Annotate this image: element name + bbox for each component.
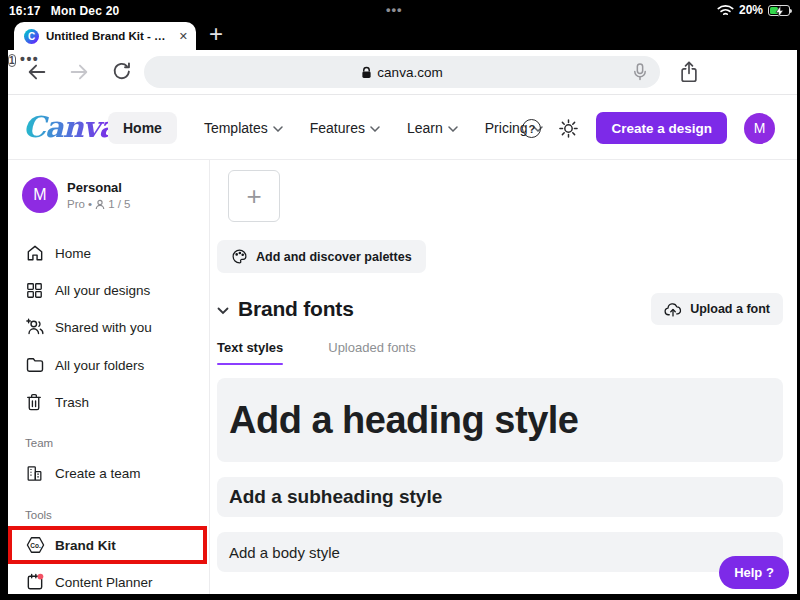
app-body: M Personal Pro • 1 / 5 Home All your des… [8, 160, 797, 594]
designs-grid-icon [25, 281, 46, 300]
header-actions: ? Create a design M [522, 96, 775, 160]
nav-home[interactable]: Home [108, 112, 177, 144]
sidebar-item-all-your-folders[interactable]: All your folders [8, 351, 210, 379]
status-bar: 16:17Mon Dec 20 ••• 20% [0, 0, 800, 22]
trash-icon [25, 393, 46, 412]
add-heading-style-row[interactable]: Add a heading style [217, 378, 783, 462]
tab-close-icon[interactable]: ✕ [179, 30, 188, 43]
chevron-down-icon [448, 126, 458, 132]
canva-favicon-icon [24, 29, 39, 44]
sidebar-item-content-planner[interactable]: Content Planner [8, 568, 210, 594]
profile-plan: Pro • 1 / 5 [67, 198, 131, 210]
address-bar[interactable]: canva.com [144, 56, 660, 88]
brand-fonts-title: Brand fonts [238, 297, 354, 321]
tab-uploaded-fonts[interactable]: Uploaded fonts [328, 340, 415, 365]
battery-percent: 20% [739, 3, 763, 17]
member-count: 1 / 5 [108, 198, 130, 210]
sidebar-item-all-your-designs[interactable]: All your designs [8, 276, 210, 304]
member-icon [95, 199, 105, 210]
main-content: + Add and discover palettes Brand fonts … [210, 160, 797, 594]
upload-font-button[interactable]: Upload a font [651, 293, 783, 325]
status-time-date: 16:17Mon Dec 20 [9, 4, 119, 18]
content-planner-calendar-icon [25, 572, 46, 592]
brand-fonts-tabs: Text styles Uploaded fonts [217, 340, 416, 365]
tab-bar: Untitled Brand Kit - Canv ✕ + [0, 22, 800, 50]
status-indicators: 20% [717, 3, 790, 17]
section-label-team: Team [25, 437, 53, 449]
shared-people-icon [25, 318, 46, 337]
section-label-tools: Tools [25, 509, 52, 521]
microphone-icon[interactable] [632, 63, 648, 81]
profile-switcher[interactable]: M Personal Pro • 1 / 5 [22, 177, 131, 213]
battery-icon [768, 5, 790, 16]
profile-avatar: M [22, 177, 58, 213]
nav-learn[interactable]: Learn [407, 120, 458, 136]
browser-toolbar: canva.com 1 ••• [8, 50, 797, 95]
wifi-icon [717, 4, 734, 17]
discover-palettes-button[interactable]: Add and discover palettes [217, 240, 426, 273]
brand-kit-hexagon-icon: Co. [25, 535, 46, 555]
brand-fonts-title-group[interactable]: Brand fonts [217, 297, 354, 321]
canva-logo[interactable]: Canva [23, 110, 117, 144]
browser-tab[interactable]: Untitled Brand Kit - Canv ✕ [14, 22, 196, 50]
help-icon[interactable]: ? [522, 119, 541, 138]
palette-icon [231, 248, 248, 265]
sidebar-item-shared-with-you[interactable]: Shared with you [8, 313, 210, 341]
canva-header: Canva Home Templates Features Learn Pric… [8, 96, 797, 160]
help-button[interactable]: Help ? [719, 556, 789, 589]
sidebar: M Personal Pro • 1 / 5 Home All your des… [8, 160, 210, 594]
sidebar-item-brand-kit[interactable]: Co. Brand Kit [8, 531, 210, 559]
tab-text-styles[interactable]: Text styles [217, 340, 283, 365]
add-palette-button[interactable]: + [228, 170, 280, 222]
tab-title: Untitled Brand Kit - Canv [46, 30, 172, 42]
new-tab-button[interactable]: + [202, 20, 230, 48]
status-time: 16:17 [9, 4, 41, 18]
brand-fonts-header: Brand fonts Upload a font [217, 292, 790, 328]
home-icon [25, 243, 46, 263]
team-building-icon [25, 464, 46, 483]
share-icon[interactable] [678, 60, 700, 85]
gear-icon[interactable] [558, 118, 579, 139]
status-date: Mon Dec 20 [51, 4, 120, 18]
tab-overview-icon[interactable]: 1 [8, 54, 16, 67]
browser-window: canva.com 1 ••• Canva Home Templates Fea… [8, 50, 797, 594]
sidebar-item-trash[interactable]: Trash [8, 388, 210, 416]
sidebar-item-create-a-team[interactable]: Create a team [8, 459, 210, 487]
profile-name: Personal [67, 180, 131, 195]
svg-text:Co.: Co. [30, 542, 41, 549]
folder-icon [25, 356, 46, 374]
add-subheading-style-row[interactable]: Add a subheading style [217, 477, 783, 517]
forward-button-icon[interactable] [68, 61, 90, 83]
chevron-down-icon [273, 126, 283, 132]
user-avatar[interactable]: M [744, 113, 775, 144]
multitask-dots-icon: ••• [386, 2, 403, 17]
main-nav: Home Templates Features Learn Pricing [108, 96, 543, 160]
collapse-chevron-icon[interactable] [217, 307, 229, 315]
lock-icon [361, 66, 372, 79]
back-button-icon[interactable] [26, 61, 48, 83]
create-design-button[interactable]: Create a design [596, 112, 727, 144]
add-body-style-row[interactable]: Add a body style [217, 532, 783, 572]
url-text: canva.com [377, 65, 442, 80]
reload-button-icon[interactable] [111, 61, 133, 83]
nav-features[interactable]: Features [310, 120, 380, 136]
cloud-upload-icon [664, 302, 682, 317]
nav-templates[interactable]: Templates [204, 120, 283, 136]
chevron-down-icon [370, 126, 380, 132]
sidebar-item-home[interactable]: Home [8, 239, 210, 267]
